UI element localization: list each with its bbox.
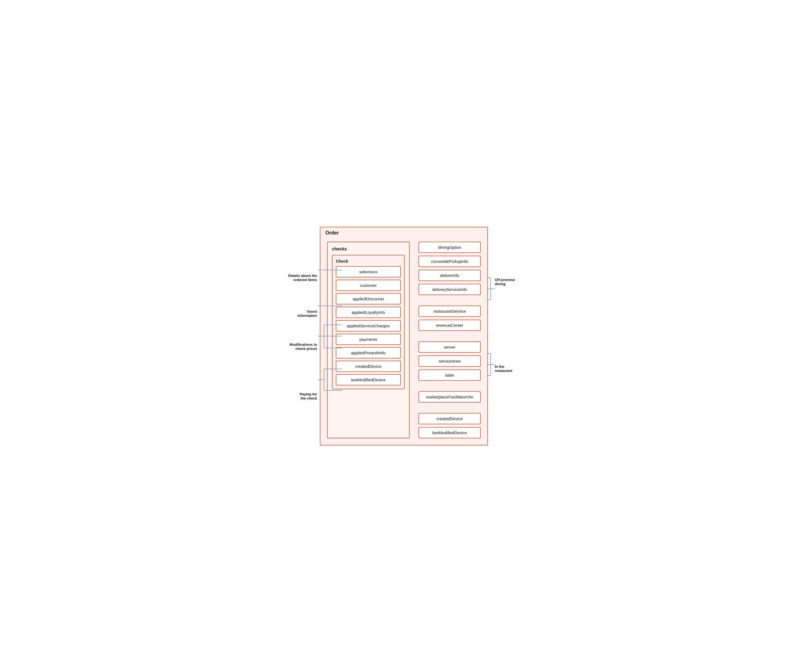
right-col: diningOption curvesidePickupInfo deliver… (419, 242, 481, 439)
ann-in-restaurant: In the restaurant (495, 365, 526, 373)
field-table: table (419, 370, 481, 381)
checks-box: checks Check selections customer applied… (327, 242, 410, 439)
field-lastModifiedDevice-check: lastModifiedDevice (336, 374, 401, 386)
field-curvesidePickupInfo: curvesidePickupInfo (419, 256, 481, 267)
order-box-wrapper: Order checks Check selections customer a… (320, 227, 488, 445)
field-appliedLoyaltyInfo: appliedLoyaltyInfo (336, 307, 401, 318)
field-deliveryServiceInfo: deliveryServiceInfo (419, 284, 481, 295)
field-customer: customer (336, 280, 401, 291)
checks-col: checks Check selections customer applied… (327, 242, 410, 439)
field-diningOption: diningOption (419, 242, 481, 253)
field-revenueCenter: revenueCenter (419, 320, 481, 331)
order-label: Order (325, 230, 339, 236)
ann-details: Details about the ordered items (279, 274, 317, 282)
right-spacer-1 (419, 298, 481, 303)
field-marketplaceFacilitatorInfo: marketplaceFacilitatorInfo (419, 391, 481, 403)
right-spacer-3 (419, 383, 481, 388)
order-box: Order checks Check selections customer a… (320, 227, 488, 445)
field-restaurantService: restaurantService (419, 306, 481, 317)
field-appliedDiscounts: appliedDiscounts (336, 293, 401, 304)
right-spacer-2 (419, 334, 481, 338)
ann-paying: Paying for the check (279, 392, 317, 400)
field-createdDevice-check: createdDevice (336, 361, 401, 372)
field-createdDevice-order: createdDevice (419, 413, 481, 424)
field-selections: selections (336, 266, 401, 278)
checks-label: checks (332, 246, 405, 251)
check-box: Check selections customer appliedDiscoun… (332, 255, 405, 389)
field-server: server (419, 342, 481, 353)
order-inner: checks Check selections customer applied… (327, 242, 481, 439)
ann-mods: Modifications to check prices (279, 342, 317, 351)
field-serviceArea: serviceArea (419, 355, 481, 367)
field-appliedPreauthInfo: appliedPreauthInfo (336, 347, 401, 358)
ann-guest: Guest information (279, 309, 317, 318)
ann-off-premise: Off-premise dining (495, 278, 526, 286)
field-lastModifiedDevice-order: lastModifiedDevice (419, 427, 481, 439)
check-label: Check (336, 259, 401, 263)
field-appliedServiceCharges: appliedServiceCharges (336, 320, 401, 332)
right-spacer-4 (419, 405, 481, 410)
field-deliverInfo: deliverInfo (419, 270, 481, 281)
diagram-outer: Details about the ordered items Guest in… (279, 227, 526, 445)
field-payments: payments (336, 334, 401, 345)
